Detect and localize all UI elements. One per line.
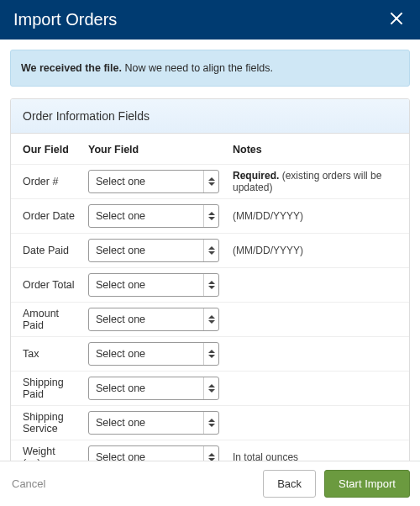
field-label: Shipping Service bbox=[11, 406, 81, 440]
table-row: Shipping ServiceSelect one bbox=[11, 406, 409, 440]
table-row: TaxSelect one bbox=[11, 337, 409, 372]
field-select-wrap: Select one bbox=[88, 239, 219, 262]
field-select-wrap: Select one bbox=[88, 342, 219, 366]
info-banner-text: Now we need to align the fields. bbox=[122, 62, 273, 74]
field-notes: In total ounces bbox=[226, 440, 409, 461]
info-banner-strong: We received the file. bbox=[21, 62, 122, 74]
field-notes bbox=[226, 268, 409, 303]
field-select[interactable]: Select one bbox=[88, 342, 219, 366]
field-select[interactable]: Select one bbox=[88, 308, 219, 331]
col-notes: Notes bbox=[226, 134, 409, 165]
field-select[interactable]: Select one bbox=[88, 273, 219, 297]
info-banner: We received the file. Now we need to ali… bbox=[10, 50, 410, 87]
field-notes: (MM/DD/YYYY) bbox=[226, 234, 409, 268]
close-icon bbox=[390, 15, 403, 28]
table-row: Weight (oz)Select oneIn total ounces bbox=[11, 440, 409, 461]
field-notes bbox=[226, 372, 409, 406]
col-your-field: Your Field bbox=[81, 134, 226, 165]
field-label: Amount Paid bbox=[11, 303, 81, 337]
field-label: Order Date bbox=[11, 199, 81, 234]
field-select[interactable]: Select one bbox=[88, 239, 219, 262]
field-label: Order # bbox=[11, 165, 81, 199]
field-label: Order Total bbox=[11, 268, 81, 303]
field-select[interactable]: Select one bbox=[88, 170, 219, 193]
field-select-wrap: Select one bbox=[88, 273, 219, 297]
modal-header: Import Orders bbox=[0, 0, 420, 40]
close-button[interactable] bbox=[386, 8, 407, 31]
field-select[interactable]: Select one bbox=[88, 411, 219, 435]
field-select-wrap: Select one bbox=[88, 204, 219, 228]
modal-body: We received the file. Now we need to ali… bbox=[0, 40, 420, 461]
panel-title: Order Information Fields bbox=[11, 99, 409, 134]
field-label: Shipping Paid bbox=[11, 372, 81, 406]
back-button[interactable]: Back bbox=[263, 470, 316, 498]
field-select[interactable]: Select one bbox=[88, 377, 219, 400]
table-row: Amount PaidSelect one bbox=[11, 303, 409, 337]
table-row: Shipping PaidSelect one bbox=[11, 372, 409, 406]
cancel-button[interactable]: Cancel bbox=[10, 472, 47, 495]
field-notes: Required. (existing orders will be updat… bbox=[226, 165, 409, 199]
field-notes bbox=[226, 406, 409, 440]
field-label: Date Paid bbox=[11, 234, 81, 268]
start-import-button[interactable]: Start Import bbox=[324, 470, 410, 498]
field-select-wrap: Select one bbox=[88, 170, 219, 193]
table-row: Order DateSelect one(MM/DD/YYYY) bbox=[11, 199, 409, 234]
field-notes: (MM/DD/YYYY) bbox=[226, 199, 409, 234]
field-select[interactable]: Select one bbox=[88, 204, 219, 228]
field-select-wrap: Select one bbox=[88, 377, 219, 400]
col-our-field: Our Field bbox=[11, 134, 81, 165]
field-select-wrap: Select one bbox=[88, 445, 219, 461]
field-select[interactable]: Select one bbox=[88, 445, 219, 461]
order-info-panel: Order Information Fields Our Field Your … bbox=[10, 98, 410, 461]
field-notes bbox=[226, 337, 409, 372]
field-select-wrap: Select one bbox=[88, 411, 219, 435]
table-row: Order TotalSelect one bbox=[11, 268, 409, 303]
modal-title: Import Orders bbox=[13, 10, 117, 29]
table-row: Date PaidSelect one(MM/DD/YYYY) bbox=[11, 234, 409, 268]
field-label: Tax bbox=[11, 337, 81, 372]
field-mapping-table: Our Field Your Field Notes Order #Select… bbox=[11, 134, 409, 461]
field-select-wrap: Select one bbox=[88, 308, 219, 331]
import-orders-modal: Import Orders We received the file. Now … bbox=[0, 0, 420, 506]
field-label: Weight (oz) bbox=[11, 440, 81, 461]
modal-footer: Cancel Back Start Import bbox=[0, 461, 420, 506]
table-row: Order #Select oneRequired. (existing ord… bbox=[11, 165, 409, 199]
field-notes bbox=[226, 303, 409, 337]
